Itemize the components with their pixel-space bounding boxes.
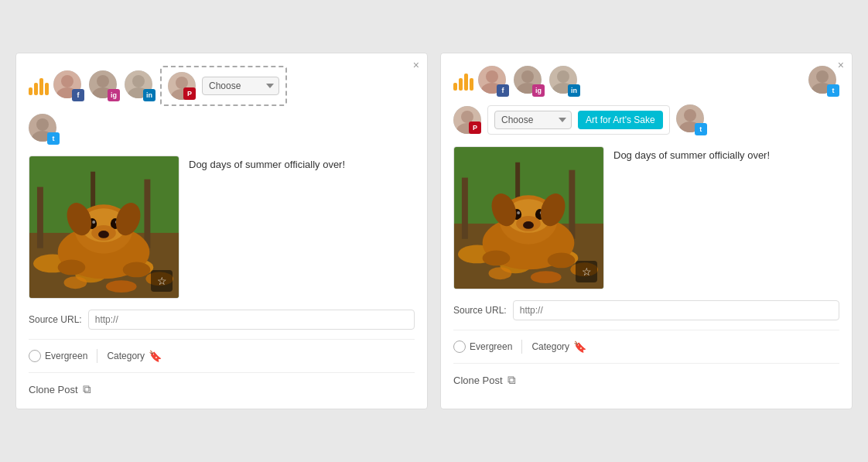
panel-2: × f (440, 53, 853, 409)
source-input-1[interactable] (88, 310, 415, 330)
stripe-2 (34, 83, 38, 95)
stripe-p2-2 (459, 78, 463, 91)
li-badge-2: in (568, 84, 580, 97)
category-label-2: Category (531, 341, 569, 352)
avatar-2[interactable]: ig (89, 70, 120, 101)
svg-point-74 (517, 211, 520, 214)
image-box-2: ☆ (453, 146, 604, 289)
bookmark-icon-1[interactable]: 🔖 (149, 350, 162, 362)
content-area-2: ☆ Dog days of summer officially over! (453, 146, 839, 289)
evergreen-option-1: Evergreen (29, 350, 87, 362)
avatar-p2-1[interactable]: f (478, 66, 509, 97)
avatar-p2-3[interactable]: in (549, 66, 580, 97)
svg-point-1 (61, 75, 73, 87)
svg-point-82 (548, 253, 576, 269)
source-row-2: Source URL: (453, 300, 839, 330)
divider-1 (97, 349, 97, 363)
ig-badge-1: ig (108, 89, 120, 101)
avatar-selected-1[interactable]: P (168, 72, 196, 100)
li-badge-1: in (143, 89, 155, 101)
clone-row-2: Clone Post ⧉ (453, 373, 839, 387)
svg-rect-24 (144, 180, 150, 248)
avatar-1[interactable]: f (53, 70, 84, 101)
category-option-1: Category 🔖 (107, 350, 162, 362)
stripe-p2-4 (470, 78, 473, 91)
svg-point-47 (557, 70, 569, 83)
source-row-1: Source URL: (29, 310, 415, 340)
avatar-3[interactable]: in (125, 70, 155, 101)
brand-stripes-2 (453, 72, 473, 91)
tw-badge-2: t (827, 84, 839, 97)
pi-badge-1: P (183, 87, 196, 100)
avatars-row-2: t (29, 114, 415, 145)
star-button-2[interactable]: ☆ (576, 261, 597, 282)
svg-point-22 (106, 280, 137, 293)
clone-row-1: Clone Post ⧉ (29, 382, 415, 396)
page-button-2[interactable]: Art for Art's Sake (578, 111, 663, 129)
svg-point-56 (684, 109, 696, 121)
brand-logo (29, 74, 49, 98)
svg-point-64 (489, 267, 512, 279)
bookmark-icon-2[interactable]: 🔖 (573, 341, 586, 353)
post-text-2: Dog days of summer officially over! (613, 146, 839, 289)
close-button-1[interactable]: × (413, 60, 419, 70)
source-label-1: Source URL: (29, 314, 82, 325)
ig-badge-2: ig (532, 84, 545, 97)
selected-row-p2: P Choose Art for Art's Sake t (453, 104, 839, 135)
avatar-tw-1[interactable]: t (29, 114, 60, 145)
svg-point-31 (92, 221, 95, 224)
svg-rect-66 (462, 178, 468, 239)
bottom-options-2: Evergreen Category 🔖 (453, 340, 839, 364)
stripe-1 (29, 87, 32, 95)
brand-logo-2 (453, 69, 473, 94)
svg-rect-23 (37, 187, 43, 248)
svg-point-4 (97, 75, 109, 87)
svg-point-44 (521, 70, 534, 83)
clone-label-2: Clone Post (453, 375, 503, 386)
pi-badge-2: P (469, 121, 481, 134)
category-option-2: Category 🔖 (531, 341, 586, 353)
svg-point-39 (123, 262, 151, 278)
clone-icon-1[interactable]: ⧉ (83, 382, 91, 396)
evergreen-label-1: Evergreen (45, 351, 87, 361)
svg-point-35 (98, 231, 109, 238)
stripe-p2-1 (453, 83, 457, 91)
evergreen-radio-1[interactable] (29, 350, 41, 362)
svg-point-50 (816, 70, 829, 83)
clone-icon-2[interactable]: ⧉ (507, 373, 516, 387)
evergreen-label-2: Evergreen (470, 341, 512, 352)
clone-label-1: Clone Post (29, 384, 78, 395)
tw-badge-extra: t (695, 123, 707, 135)
choose-select-2[interactable]: Choose (494, 111, 572, 129)
category-label-1: Category (107, 351, 145, 361)
star-button-1[interactable]: ☆ (151, 270, 173, 292)
avatar-p2-extra[interactable]: t (676, 104, 707, 135)
fb-badge-1: f (72, 89, 84, 101)
evergreen-radio-2[interactable] (453, 341, 466, 353)
avatar-select-box-1: P Choose (160, 66, 287, 106)
brand-stripes (29, 77, 49, 95)
stripe-3 (39, 78, 43, 95)
stripe-4 (45, 83, 49, 95)
avatars-row-1: f ig (29, 66, 415, 106)
post-text-1: Dog days of summer officially over! (189, 156, 415, 299)
avatar-p2-2[interactable]: ig (514, 66, 545, 97)
stripe-p2-3 (464, 74, 468, 91)
evergreen-option-2: Evergreen (453, 341, 512, 353)
avatar-selected-p2[interactable]: P (453, 106, 481, 134)
divider-2 (521, 340, 522, 354)
svg-rect-67 (569, 170, 575, 239)
tw-badge-1: t (47, 132, 60, 145)
image-box-1: ☆ (29, 156, 179, 299)
svg-point-38 (58, 260, 86, 275)
fb-badge-2: f (497, 84, 509, 97)
svg-point-65 (531, 271, 562, 283)
svg-point-21 (64, 276, 87, 289)
source-input-2[interactable] (513, 300, 839, 320)
choose-select-1[interactable]: Choose (202, 77, 279, 95)
svg-point-81 (483, 251, 511, 266)
bottom-options-1: Evergreen Category 🔖 (29, 349, 415, 373)
avatar-p2-tw[interactable]: t (808, 66, 839, 97)
avatars-row-p2-1: f ig (453, 66, 839, 97)
content-area-1: ☆ Dog days of summer officially over! (29, 156, 415, 299)
